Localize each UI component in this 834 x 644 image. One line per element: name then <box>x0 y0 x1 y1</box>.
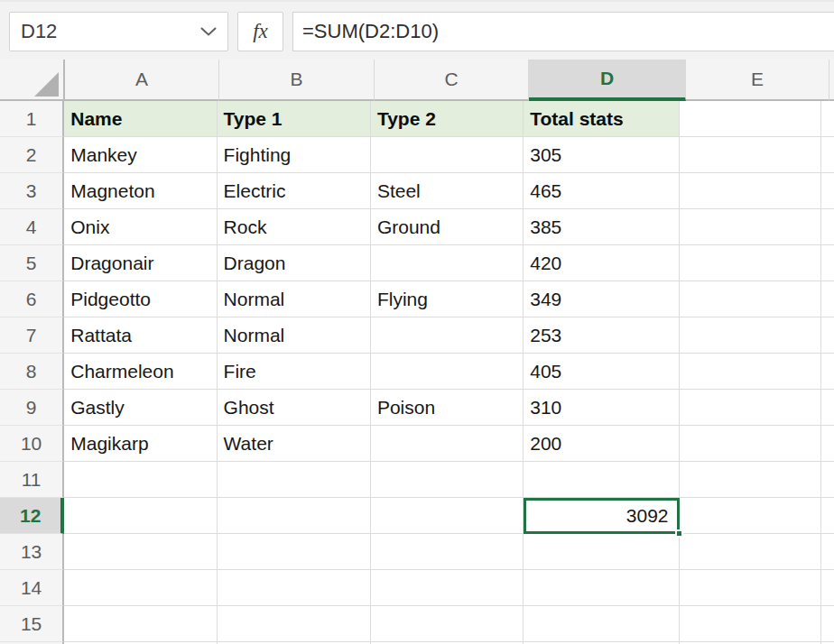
cell-B12[interactable] <box>218 498 371 534</box>
cell-D9[interactable]: 310 <box>524 390 679 426</box>
cell-B15[interactable] <box>218 606 371 642</box>
cell-C7[interactable] <box>371 317 524 354</box>
column-header-D[interactable]: D <box>529 60 686 101</box>
cell-B10[interactable]: Water <box>218 426 371 462</box>
row-header-5[interactable]: 5 <box>0 245 64 281</box>
column-header-A[interactable]: A <box>65 60 219 101</box>
cell-C13[interactable] <box>371 534 524 570</box>
row-header-9[interactable]: 9 <box>0 390 64 426</box>
cell-A10[interactable]: Magikarp <box>64 426 217 462</box>
cell-A2[interactable]: Mankey <box>64 137 217 173</box>
row-header-15[interactable]: 15 <box>0 606 64 642</box>
row-header-11[interactable]: 11 <box>0 462 64 498</box>
row-header-14[interactable]: 14 <box>0 570 64 606</box>
cell-A4[interactable]: Onix <box>64 209 217 245</box>
cell-B13[interactable] <box>218 534 371 570</box>
cell-D4[interactable]: 385 <box>524 209 679 245</box>
column-header-E[interactable]: E <box>686 60 829 101</box>
cell-C6[interactable]: Flying <box>371 281 524 317</box>
cell-D1[interactable]: Total stats <box>524 101 679 137</box>
cell-C2[interactable] <box>371 137 524 173</box>
cell-D13[interactable] <box>524 534 679 570</box>
cell-C3[interactable]: Steel <box>371 173 524 209</box>
cell-B1[interactable]: Type 1 <box>218 101 371 137</box>
cell-A9[interactable]: Gastly <box>64 390 217 426</box>
cell-B6[interactable]: Normal <box>218 281 371 317</box>
cell-B7[interactable]: Normal <box>218 317 371 354</box>
cell-A12[interactable] <box>64 498 217 534</box>
name-box[interactable]: D12 <box>9 12 228 51</box>
cell-B2[interactable]: Fighting <box>218 137 371 173</box>
cell-E7[interactable] <box>680 317 821 354</box>
chevron-down-icon[interactable] <box>200 27 217 37</box>
cell-B3[interactable]: Electric <box>218 173 371 209</box>
cell-D7[interactable]: 253 <box>524 317 679 354</box>
cell-D3[interactable]: 465 <box>524 173 679 209</box>
cell-C14[interactable] <box>371 570 524 606</box>
cell-E12[interactable] <box>680 498 821 534</box>
row-header-10[interactable]: 10 <box>0 426 64 462</box>
cell-E6[interactable] <box>680 281 821 317</box>
cell-E13[interactable] <box>680 534 821 570</box>
row-header-7[interactable]: 7 <box>0 317 64 354</box>
column-header-C[interactable]: C <box>375 60 529 101</box>
cell-E9[interactable] <box>680 390 821 426</box>
cell-D10[interactable]: 200 <box>524 426 679 462</box>
cell-A8[interactable]: Charmeleon <box>64 354 217 390</box>
cell-B9[interactable]: Ghost <box>218 390 371 426</box>
formula-input[interactable]: =SUM(D2:D10) <box>292 12 834 51</box>
cell-C8[interactable] <box>371 354 524 390</box>
cell-E14[interactable] <box>680 570 821 606</box>
cell-B11[interactable] <box>218 462 371 498</box>
cell-E11[interactable] <box>680 462 821 498</box>
cell-A13[interactable] <box>64 534 217 570</box>
row-header-6[interactable]: 6 <box>0 281 64 317</box>
cell-A11[interactable] <box>64 462 217 498</box>
cell-C4[interactable]: Ground <box>371 209 524 245</box>
cell-D5[interactable]: 420 <box>524 245 679 281</box>
cell-B5[interactable]: Dragon <box>218 245 371 281</box>
select-all-corner[interactable] <box>0 60 65 101</box>
cell-E5[interactable] <box>680 245 821 281</box>
cell-C5[interactable] <box>371 245 524 281</box>
insert-function-button[interactable]: fx <box>237 12 283 51</box>
column-header-B[interactable]: B <box>219 60 375 101</box>
cell-D6[interactable]: 349 <box>524 281 679 317</box>
row-header-12[interactable]: 12 <box>0 498 64 534</box>
row-header-1[interactable]: 1 <box>0 101 64 137</box>
cell-D12[interactable]: 3092 <box>524 498 679 534</box>
row-header-3[interactable]: 3 <box>0 173 64 209</box>
cell-E15[interactable] <box>680 606 821 642</box>
cell-A6[interactable]: Pidgeotto <box>64 281 217 317</box>
cell-A5[interactable]: Dragonair <box>64 245 217 281</box>
cell-D2[interactable]: 305 <box>524 137 679 173</box>
cell-A15[interactable] <box>64 606 217 642</box>
row-header-13[interactable]: 13 <box>0 534 64 570</box>
cell-B14[interactable] <box>218 570 371 606</box>
cell-C9[interactable]: Poison <box>371 390 524 426</box>
cell-C1[interactable]: Type 2 <box>371 101 524 137</box>
cell-E1[interactable] <box>680 101 821 137</box>
cell-C10[interactable] <box>371 426 524 462</box>
cell-E2[interactable] <box>680 137 821 173</box>
cell-D8[interactable]: 405 <box>524 354 679 390</box>
fill-handle[interactable] <box>675 529 683 538</box>
cell-A7[interactable]: Rattata <box>64 317 217 354</box>
cell-B8[interactable]: Fire <box>218 354 371 390</box>
cell-D15[interactable] <box>524 606 679 642</box>
cell-C11[interactable] <box>371 462 524 498</box>
row-header-2[interactable]: 2 <box>0 137 64 173</box>
cell-E3[interactable] <box>680 173 821 209</box>
cell-E4[interactable] <box>680 209 821 245</box>
cell-D11[interactable] <box>524 462 679 498</box>
row-header-8[interactable]: 8 <box>0 354 64 390</box>
cell-B4[interactable]: Rock <box>218 209 371 245</box>
cell-C12[interactable] <box>371 498 524 534</box>
cell-E8[interactable] <box>680 354 821 390</box>
cell-A1[interactable]: Name <box>64 101 217 137</box>
cell-D14[interactable] <box>524 570 679 606</box>
cell-C15[interactable] <box>371 606 524 642</box>
cell-A3[interactable]: Magneton <box>64 173 217 209</box>
cell-E10[interactable] <box>680 426 821 462</box>
row-header-4[interactable]: 4 <box>0 209 64 245</box>
